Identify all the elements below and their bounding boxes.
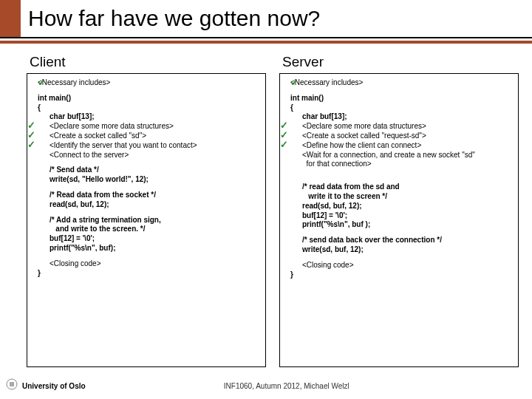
- client-send: /* Send data */ write(sd, "Hello world!"…: [50, 166, 259, 185]
- server-brace: }: [290, 270, 512, 280]
- client-brace: }: [38, 269, 259, 279]
- check-icon: ✓: [280, 139, 288, 151]
- server-ds: <Declare some more data structures>: [302, 122, 512, 132]
- client-includes: <Necessary includes>: [38, 78, 259, 88]
- title-bar: How far have we gotten now?: [0, 0, 532, 37]
- svg-rect-1: [10, 382, 14, 386]
- client-term: /* Add a string termination sign, and wr…: [50, 216, 259, 253]
- check-icon: ✓: [290, 77, 299, 89]
- footer-university: University of Oslo: [22, 382, 86, 390]
- client-sock: <Create a socket called "sd">: [50, 132, 259, 141]
- client-header: Client: [27, 54, 266, 70]
- check-icon: ✓: [38, 77, 46, 89]
- client-column: Client ✓ <Necessary includes> int main()…: [27, 54, 266, 367]
- server-column: Server ✓ <Necessary includes> int main()…: [279, 54, 519, 367]
- client-buf-decl: char buf[13];: [50, 112, 259, 122]
- client-connect: <Connect to the server>: [50, 151, 259, 160]
- server-codebox: ✓ <Necessary includes> int main() { char…: [279, 73, 519, 367]
- content-row: Client ✓ <Necessary includes> int main()…: [0, 44, 532, 367]
- client-read: /* Read data from the socket */ read(sd,…: [50, 191, 259, 210]
- server-buf-decl: char buf[13];: [302, 112, 512, 122]
- university-seal-icon: [6, 378, 18, 393]
- client-main-open: int main() {: [38, 94, 259, 113]
- footer-course-info: INF1060, Autumn 2012, Michael Welzl: [86, 382, 488, 390]
- client-closing: <Closing code>: [38, 259, 259, 269]
- title-underline: [0, 37, 532, 38]
- server-define: <Define how the client can connect>: [302, 141, 512, 151]
- server-main-open: int main() {: [290, 94, 512, 113]
- client-codebox: ✓ <Necessary includes> int main() { char…: [27, 73, 266, 367]
- server-header: Server: [279, 54, 519, 70]
- server-sock: <Create a socket called "request-sd">: [302, 132, 512, 141]
- server-closing: <Closing code>: [290, 261, 512, 270]
- client-ident: <Identify the server that you want to co…: [50, 141, 259, 151]
- footer: University of Oslo INF1060, Autumn 2012,…: [0, 378, 532, 393]
- client-ds: <Declare some more data structures>: [50, 122, 259, 132]
- slide-title: How far have we gotten now?: [21, 0, 320, 37]
- server-includes: <Necessary includes>: [290, 78, 512, 88]
- server-send: /* send data back over the connection */…: [302, 236, 512, 255]
- server-wait: <Wait for a connection, and create a new…: [302, 151, 512, 170]
- server-read: /* read data from the sd and write it to…: [302, 183, 512, 230]
- check-icon: ✓: [27, 139, 35, 151]
- accent-block: [0, 0, 21, 37]
